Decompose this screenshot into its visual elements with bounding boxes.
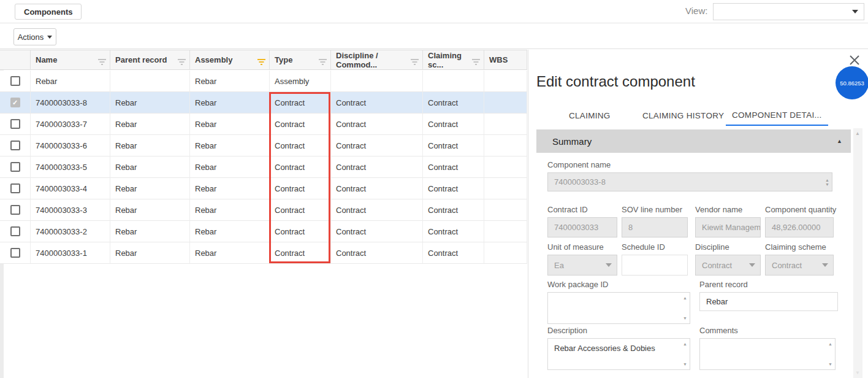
- cell-wbs[interactable]: [484, 71, 527, 92]
- close-icon[interactable]: [848, 53, 861, 67]
- cell-claiming[interactable]: Contract: [423, 221, 484, 242]
- column-header-wbs[interactable]: WBS: [484, 50, 527, 70]
- cell-discipline[interactable]: Contract: [331, 242, 423, 264]
- cell-name[interactable]: 7400003033-6: [31, 135, 110, 156]
- view-dropdown[interactable]: [713, 3, 864, 20]
- cell-wbs[interactable]: [484, 135, 527, 156]
- actions-button[interactable]: Actions: [13, 28, 56, 45]
- row-checkbox[interactable]: [10, 183, 20, 193]
- cell-name[interactable]: 7400003033-3: [31, 199, 110, 221]
- cell-assembly[interactable]: Rebar: [190, 199, 270, 221]
- cell-wbs[interactable]: [484, 114, 527, 135]
- row-checkbox[interactable]: [10, 248, 20, 258]
- cell-discipline[interactable]: [331, 71, 423, 92]
- cell-parent[interactable]: Rebar: [110, 114, 190, 135]
- row-checkbox[interactable]: [10, 76, 20, 86]
- cell-type[interactable]: Contract: [270, 242, 331, 264]
- cell-parent[interactable]: Rebar: [110, 199, 190, 221]
- row-checkbox[interactable]: [10, 162, 20, 172]
- cell-discipline[interactable]: Contract: [331, 178, 423, 199]
- cell-assembly[interactable]: Rebar: [190, 114, 270, 135]
- cell-type[interactable]: Contract: [270, 221, 331, 242]
- cell-discipline[interactable]: Contract: [331, 199, 423, 221]
- summary-section-header[interactable]: Summary ▲: [536, 129, 851, 153]
- row-checkbox[interactable]: [10, 141, 20, 150]
- panel-scrollbar[interactable]: ▲ ▼: [853, 128, 862, 378]
- cell-parent[interactable]: Rebar: [110, 178, 190, 199]
- cell-assembly[interactable]: Rebar: [190, 92, 270, 114]
- row-checkbox[interactable]: [10, 226, 20, 236]
- column-header-discipline-commod[interactable]: Discipline / Commod...: [331, 50, 423, 70]
- tab-component-detai[interactable]: COMPONENT DETAI...: [726, 105, 828, 126]
- cell-claiming[interactable]: Contract: [423, 92, 484, 114]
- cell-name[interactable]: 7400003033-8: [31, 92, 110, 114]
- row-checkbox[interactable]: ✓: [10, 98, 20, 107]
- cell-parent[interactable]: Rebar: [110, 221, 190, 242]
- cell-assembly[interactable]: Rebar: [190, 135, 270, 156]
- filter-icon[interactable]: [98, 58, 106, 67]
- cell-claiming[interactable]: Contract: [423, 178, 484, 199]
- cell-wbs[interactable]: [484, 221, 527, 242]
- scroll-down-icon[interactable]: ▼: [855, 370, 860, 376]
- cell-type[interactable]: Contract: [270, 135, 331, 156]
- cell-claiming[interactable]: Contract: [423, 135, 484, 156]
- filter-icon[interactable]: [411, 58, 419, 67]
- cell-type[interactable]: Assembly: [270, 71, 331, 92]
- tab-claiming-history[interactable]: CLAIMING HISTORY: [636, 105, 730, 126]
- cell-discipline[interactable]: Contract: [331, 135, 423, 156]
- cell-wbs[interactable]: [484, 242, 527, 264]
- cell-discipline[interactable]: Contract: [331, 114, 423, 135]
- cell-parent[interactable]: Rebar: [110, 242, 190, 264]
- cell-type[interactable]: Contract: [270, 114, 331, 135]
- cell-parent[interactable]: Rebar: [110, 156, 190, 178]
- cell-wbs[interactable]: [484, 199, 527, 221]
- cell-wbs[interactable]: [484, 178, 527, 199]
- tab-claiming[interactable]: CLAIMING: [563, 105, 617, 126]
- cell-parent[interactable]: [110, 71, 190, 92]
- cell-claiming[interactable]: Contract: [423, 114, 484, 135]
- row-checkbox[interactable]: [10, 205, 20, 215]
- column-header-name[interactable]: Name: [31, 50, 110, 70]
- column-header-parent-record[interactable]: Parent record: [110, 50, 190, 70]
- cell-assembly[interactable]: Rebar: [190, 71, 270, 92]
- cell-discipline[interactable]: Contract: [331, 221, 423, 242]
- cell-discipline[interactable]: Contract: [331, 92, 423, 114]
- cell-type[interactable]: Contract: [270, 156, 331, 178]
- schedule-id-input[interactable]: [622, 255, 688, 276]
- cell-type[interactable]: Contract: [270, 92, 331, 114]
- column-header-select[interactable]: [0, 50, 31, 70]
- column-header-type[interactable]: Type: [270, 50, 331, 70]
- cell-parent[interactable]: Rebar: [110, 92, 190, 114]
- cell-type[interactable]: Contract: [270, 199, 331, 221]
- filter-icon[interactable]: [178, 58, 186, 67]
- description-input[interactable]: Rebar Accessories & Dobies ▲ ▼: [547, 338, 690, 370]
- cell-name[interactable]: 7400003033-7: [31, 114, 110, 135]
- cell-name[interactable]: 7400003033-2: [31, 221, 110, 242]
- active-filter-icon[interactable]: [257, 58, 265, 67]
- cell-name[interactable]: 7400003033-4: [31, 178, 110, 199]
- scroll-up-icon[interactable]: ▲: [855, 131, 860, 136]
- parent-record-input[interactable]: Rebar: [699, 292, 838, 311]
- cell-discipline[interactable]: Contract: [331, 156, 423, 178]
- cell-claiming[interactable]: [423, 71, 484, 92]
- cell-name[interactable]: 7400003033-1: [31, 242, 110, 264]
- column-header-assembly[interactable]: Assembly: [190, 50, 270, 70]
- tab-components[interactable]: Components: [15, 4, 82, 20]
- cell-type[interactable]: Contract: [270, 178, 331, 199]
- cell-wbs[interactable]: [484, 156, 527, 178]
- cell-wbs[interactable]: [484, 92, 527, 114]
- cell-parent[interactable]: Rebar: [110, 135, 190, 156]
- cell-assembly[interactable]: Rebar: [190, 221, 270, 242]
- cell-claiming[interactable]: Contract: [423, 242, 484, 264]
- filter-icon[interactable]: [319, 58, 327, 67]
- cell-assembly[interactable]: Rebar: [190, 178, 270, 199]
- row-checkbox[interactable]: [10, 119, 20, 129]
- work-package-id-input[interactable]: ▲ ▼: [547, 292, 690, 324]
- cell-claiming[interactable]: Contract: [423, 156, 484, 178]
- comments-input[interactable]: ▲ ▼: [699, 338, 836, 370]
- cell-name[interactable]: 7400003033-5: [31, 156, 110, 178]
- cell-name[interactable]: Rebar: [31, 71, 110, 92]
- cell-claiming[interactable]: Contract: [423, 199, 484, 221]
- cell-assembly[interactable]: Rebar: [190, 156, 270, 178]
- cell-assembly[interactable]: Rebar: [190, 242, 270, 264]
